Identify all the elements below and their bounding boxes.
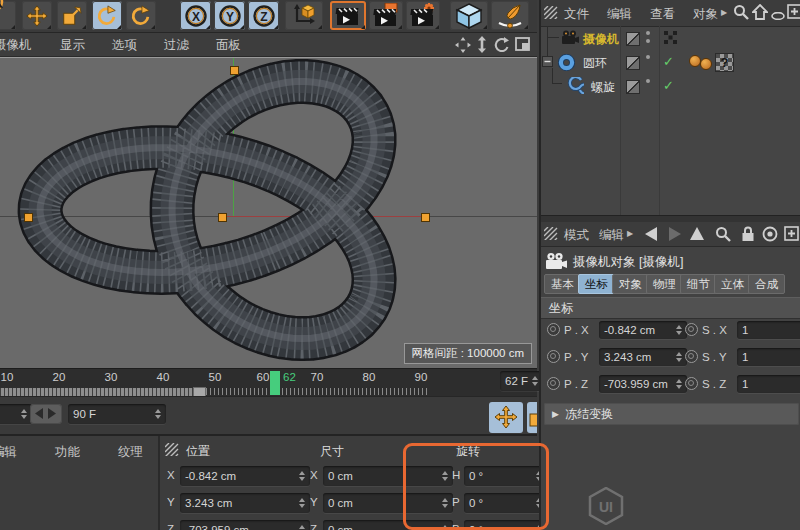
move-shortcut-button[interactable]	[489, 402, 523, 433]
history-back-icon[interactable]	[643, 227, 661, 244]
menu-overflow-icon[interactable]: ▶	[627, 229, 633, 238]
viewport-menu-camera[interactable]: 摄像机	[0, 37, 32, 54]
stepper-icon[interactable]	[439, 525, 448, 530]
end-frame-field[interactable]: 90 F	[68, 404, 166, 424]
live-selection-tool-button[interactable]	[0, 1, 16, 30]
pz-field[interactable]: -703.959 cm	[599, 375, 687, 393]
stepper-icon[interactable]	[673, 325, 682, 335]
rot-h-field[interactable]: 0 °	[464, 466, 547, 486]
viewport-menu-panel[interactable]: 面板	[216, 37, 241, 54]
stepper-icon[interactable]	[673, 379, 682, 389]
timeline-ruler[interactable]: 10 20 30 40 50 60 70 80 90 62 62 F	[0, 368, 537, 397]
search-icon[interactable]	[733, 4, 749, 23]
bottom-menu-texture[interactable]: 纹理	[118, 444, 143, 461]
render-to-picture-viewer-button[interactable]	[369, 1, 403, 30]
stepper-icon[interactable]	[439, 498, 448, 508]
sz-field[interactable]: 1	[737, 375, 800, 393]
keyframe-circle-icon[interactable]	[547, 377, 560, 390]
viewport-3d[interactable]: 网格间距 : 100000 cm	[0, 57, 537, 368]
tab-object[interactable]: 对象	[612, 274, 649, 294]
enable-check-icon[interactable]: ✓	[663, 78, 674, 93]
coordinates-section-header[interactable]: 坐标	[541, 297, 800, 319]
panel-grip-icon[interactable]	[544, 6, 558, 22]
tab-composite[interactable]: 合成	[748, 274, 785, 294]
eye-icon[interactable]	[771, 9, 785, 23]
tab-physical[interactable]: 物理	[646, 274, 683, 294]
z-axis-lock-button[interactable]: Z	[248, 1, 279, 30]
size-z-field[interactable]: 0 cm	[323, 520, 453, 530]
size-y-field[interactable]: 0 cm	[323, 493, 453, 513]
object-name-camera[interactable]: 摄像机	[583, 31, 619, 48]
object-row-camera[interactable]: 摄像机	[541, 27, 800, 49]
lock-icon[interactable]	[741, 226, 755, 245]
move-tool-button[interactable]	[22, 1, 52, 30]
sx-field[interactable]: 1	[737, 321, 800, 339]
stepper-icon[interactable]	[673, 352, 682, 362]
panel-grip-icon[interactable]	[165, 443, 179, 459]
viewport-pan-icon[interactable]	[455, 37, 471, 56]
render-settings-button[interactable]	[406, 1, 440, 30]
object-row-torus[interactable]: 圆环 ✓ ?	[541, 51, 800, 73]
tab-coordinates[interactable]: 坐标	[578, 274, 615, 294]
viewport-menu-display[interactable]: 显示	[60, 37, 85, 54]
target-icon[interactable]	[762, 226, 778, 245]
home-icon[interactable]	[752, 4, 768, 23]
object-row-helix[interactable]: 螺旋 ✓	[541, 75, 800, 97]
history-forward-icon[interactable]	[665, 227, 683, 244]
bottom-menu-function[interactable]: 功能	[55, 444, 80, 461]
px-field[interactable]: -0.842 cm	[599, 321, 687, 339]
tab-stereo[interactable]: 立体	[714, 274, 751, 294]
tag-dot-icon[interactable]	[700, 58, 712, 70]
bottom-menu-edit[interactable]: 编辑	[0, 444, 17, 461]
stepper-icon[interactable]	[296, 471, 305, 481]
visibility-dot-icon[interactable]	[646, 39, 650, 43]
y-axis-lock-button[interactable]: Y	[214, 1, 245, 30]
menu-overflow-icon[interactable]: ▶	[721, 8, 727, 17]
add-primitive-button[interactable]	[450, 1, 488, 30]
visibility-dot-icon[interactable]	[646, 31, 650, 35]
visibility-dot-icon[interactable]	[646, 79, 650, 83]
spline-pen-button[interactable]	[491, 1, 529, 30]
last-tool-button[interactable]	[126, 1, 156, 30]
om-menu-view[interactable]: 查看	[650, 6, 675, 23]
sy-field[interactable]: 1	[737, 348, 800, 366]
size-x-field[interactable]: 0 cm	[323, 466, 453, 486]
visibility-dot-icon[interactable]	[646, 55, 650, 59]
om-menu-file[interactable]: 文件	[564, 6, 589, 23]
layer-square-icon[interactable]	[626, 80, 640, 94]
rotate-tool-button[interactable]	[92, 1, 122, 30]
search-icon[interactable]	[715, 226, 731, 245]
handle-center[interactable]	[218, 213, 227, 222]
stepper-icon[interactable]	[152, 409, 161, 419]
keyframe-circle-icon[interactable]	[685, 377, 698, 390]
add-icon[interactable]	[787, 4, 800, 22]
viewport-menu-options[interactable]: 选项	[112, 37, 137, 54]
tab-basic[interactable]: 基本	[544, 274, 581, 294]
rot-b-field[interactable]: 0 °	[464, 520, 547, 530]
viewport-rotate-icon[interactable]	[494, 37, 510, 56]
am-menu-mode[interactable]: 模式	[564, 227, 589, 244]
object-name-torus[interactable]: 圆环	[583, 55, 607, 72]
pos-y-field[interactable]: 3.243 cm	[180, 493, 310, 513]
display-toggle-icon[interactable]	[663, 30, 678, 48]
current-frame-field[interactable]: 62 F	[500, 371, 543, 391]
viewport-maximize-icon[interactable]	[515, 37, 530, 54]
keyframe-circle-icon[interactable]	[685, 323, 698, 336]
stepper-icon[interactable]	[439, 471, 448, 481]
om-menu-object[interactable]: 对象	[693, 6, 718, 23]
layer-square-icon[interactable]	[626, 56, 640, 70]
x-axis-lock-button[interactable]: X	[180, 1, 211, 30]
om-menu-edit[interactable]: 编辑	[607, 6, 632, 23]
scale-tool-button[interactable]	[57, 1, 87, 30]
start-frame-field[interactable]	[0, 404, 32, 424]
parent-up-icon[interactable]	[689, 227, 705, 244]
add-icon[interactable]	[784, 226, 799, 244]
enable-check-icon[interactable]: ✓	[663, 54, 674, 69]
layer-square-icon[interactable]	[626, 32, 640, 46]
expander-icon[interactable]	[542, 56, 553, 70]
object-name-helix[interactable]: 螺旋	[591, 79, 615, 96]
scale-shortcut-button-partial[interactable]	[527, 402, 537, 433]
handle-right[interactable]	[421, 213, 430, 222]
frame-step-arrows[interactable]	[30, 404, 62, 424]
torus-knot-object[interactable]	[0, 58, 537, 368]
